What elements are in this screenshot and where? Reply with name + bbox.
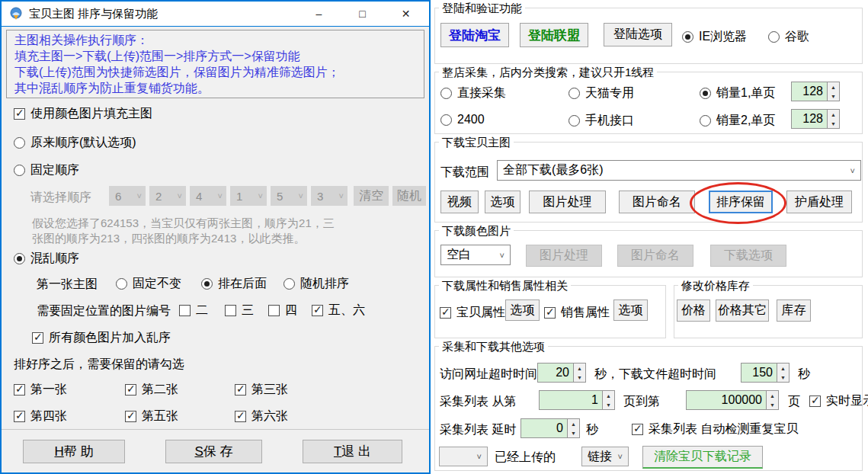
keep-5-checkbox[interactable]: 第五张: [125, 408, 178, 424]
chevron-down-icon: ˅: [178, 191, 182, 200]
item-attr-checkbox[interactable]: 宝贝属性: [440, 305, 505, 321]
radio-dot: [201, 278, 213, 290]
maximize-icon[interactable]: □: [341, 2, 384, 26]
spin-down-icon[interactable]: ▼: [828, 119, 839, 128]
close-icon[interactable]: ✕: [384, 2, 428, 26]
visit-timeout-stepper[interactable]: 20 ▲▼: [537, 363, 586, 383]
spin-down-icon[interactable]: ▼: [777, 373, 789, 382]
uploaded-link-select[interactable]: 链接 ˅: [581, 447, 629, 466]
download-timeout-label: 秒，下载文件超时时间: [594, 367, 716, 383]
keep-6-checkbox[interactable]: 第六张: [235, 408, 288, 424]
app-icon: [9, 7, 23, 21]
collect-sales2-radio[interactable]: 销量2,单页: [700, 113, 775, 129]
fix-pos-5-6-checkbox[interactable]: 五、六: [312, 303, 365, 319]
use-color-fill-checkbox[interactable]: 使用颜色图片填充主图: [14, 106, 152, 122]
keep-4-checkbox[interactable]: 第四张: [14, 408, 67, 424]
color-download-options-button[interactable]: 下载选项: [710, 245, 786, 267]
price-button[interactable]: 价格: [677, 299, 710, 322]
radio-dot: [14, 137, 25, 149]
spin-up-icon[interactable]: ▲: [777, 364, 789, 373]
color-image-name-button[interactable]: 图片命名: [617, 245, 693, 267]
collect-2400-radio[interactable]: 2400: [440, 113, 485, 127]
help-button[interactable]: H帮 助: [23, 440, 125, 463]
order-slot-5[interactable]: 5˅: [271, 186, 307, 206]
delay-stepper[interactable]: 0 ▲▼: [520, 418, 580, 438]
video-button[interactable]: 视频: [440, 191, 479, 213]
radio-dot: [569, 115, 580, 127]
checkbox-box: [268, 305, 280, 316]
clear-download-records-button[interactable]: 清除宝贝下载记录: [642, 446, 763, 469]
fix-pos-3-checkbox[interactable]: 三: [225, 303, 254, 319]
spin-down-icon[interactable]: ▼: [828, 91, 839, 101]
sale-attr-options-button[interactable]: 选项: [613, 299, 648, 321]
order-original-radio[interactable]: 原来顺序(默认选项): [14, 135, 136, 151]
page-to-stepper[interactable]: 100000 ▲▼: [686, 390, 779, 410]
price-other-button[interactable]: 价格其它: [716, 299, 769, 322]
spin-up-icon[interactable]: ▲: [828, 110, 839, 119]
spin-up-icon[interactable]: ▲: [767, 391, 778, 400]
exit-button[interactable]: T退 出: [303, 440, 402, 463]
duplicate-check-checkbox[interactable]: 采集列表 自动检测重复宝贝: [632, 421, 798, 437]
stock-button[interactable]: 库存: [777, 299, 811, 322]
fix-pos-4-checkbox[interactable]: 四: [268, 303, 297, 319]
spin-up-icon[interactable]: ▲: [574, 364, 585, 373]
item-attr-options-button[interactable]: 选项: [505, 299, 540, 321]
collect-tmall-radio[interactable]: 天猫专用: [569, 85, 634, 101]
login-options-button[interactable]: 登陆选项: [604, 23, 672, 46]
color-image-process-button[interactable]: 图片处理: [526, 245, 602, 267]
minimize-icon[interactable]: –: [297, 2, 341, 26]
sales1-pages-stepper[interactable]: 128 ▲▼: [791, 82, 840, 101]
page-from-stepper[interactable]: 1 ▲▼: [539, 390, 615, 410]
bottom-button-panel: H帮 助 S保 存 T退 出: [2, 429, 429, 472]
sales2-pages-stepper[interactable]: 128 ▲▼: [791, 109, 840, 129]
spin-down-icon[interactable]: ▼: [767, 400, 778, 409]
browser-google-radio[interactable]: 谷歌: [768, 29, 809, 45]
radio-label: 随机排序: [300, 276, 349, 292]
collect-sales1-radio[interactable]: 销量1,单页: [700, 85, 775, 101]
keep-3-checkbox[interactable]: 第三张: [235, 382, 288, 398]
image-process-button[interactable]: 图片处理: [529, 191, 606, 213]
order-fixed-radio[interactable]: 固定顺序: [14, 162, 79, 178]
shield-process-button[interactable]: 护盾处理: [786, 191, 852, 213]
spin-down-icon[interactable]: ▼: [603, 400, 614, 409]
collect-mobile-radio[interactable]: 手机接口: [569, 113, 634, 129]
radio-label: 混乱顺序: [30, 251, 79, 267]
spin-down-icon[interactable]: ▼: [568, 428, 579, 437]
radio-dot: [14, 165, 25, 176]
order-slot-2[interactable]: 2˅: [149, 186, 186, 206]
fixed-order-hint: 假设您选择了624153，当宝贝仅有两张主图，顺序为21，三 张图的顺序为213…: [32, 216, 335, 246]
collect-direct-radio[interactable]: 直接采集: [440, 85, 506, 101]
options-button[interactable]: 选项: [485, 191, 520, 213]
keep-1-checkbox[interactable]: 第一张: [14, 382, 67, 398]
order-slot-1[interactable]: 6˅: [109, 186, 146, 206]
browser-ie-radio[interactable]: IE浏览器: [682, 29, 747, 45]
download-range-select[interactable]: 全部下载(最多6张) ˅: [497, 160, 861, 181]
spin-down-icon[interactable]: ▼: [574, 373, 585, 382]
sale-attr-checkbox[interactable]: 销售属性: [544, 305, 610, 321]
first-random-radio[interactable]: 随机排序: [283, 276, 349, 292]
spin-up-icon[interactable]: ▲: [828, 82, 839, 91]
download-timeout-stepper[interactable]: 150 ▲▼: [741, 363, 790, 383]
uploaded-mode-select[interactable]: ˅: [439, 447, 488, 466]
order-slot-6[interactable]: 3˅: [311, 186, 348, 206]
login-taobao-button[interactable]: 登陆淘宝: [440, 23, 509, 47]
keep-2-checkbox[interactable]: 第二张: [125, 382, 178, 398]
order-slot-4[interactable]: 1˅: [230, 186, 267, 206]
order-slot-3[interactable]: 4˅: [190, 186, 226, 206]
all-colors-shuffle-checkbox[interactable]: 所有颜色图片加入乱序: [32, 330, 171, 346]
save-button[interactable]: S保 存: [165, 440, 262, 463]
clear-order-button[interactable]: 清空: [354, 186, 389, 206]
spin-up-icon[interactable]: ▲: [568, 419, 579, 428]
first-fixed-radio[interactable]: 固定不变: [116, 276, 181, 292]
radio-dot: [14, 253, 25, 264]
fix-pos-2-checkbox[interactable]: 二: [179, 303, 208, 319]
order-shuffle-radio[interactable]: 混乱顺序: [14, 251, 79, 267]
first-back-radio[interactable]: 排在后面: [201, 276, 267, 292]
color-image-mode-select[interactable]: 空白 ˅: [440, 245, 511, 265]
realtime-display-checkbox[interactable]: 实时显示: [809, 393, 868, 409]
login-alliance-button[interactable]: 登陆联盟: [520, 23, 588, 47]
random-order-button[interactable]: 随机: [392, 186, 426, 206]
image-name-button[interactable]: 图片命名: [619, 191, 695, 213]
collect-group-title: 整店采集，店内分类搜索，建议只开1线程: [439, 66, 657, 80]
spin-up-icon[interactable]: ▲: [603, 391, 614, 400]
